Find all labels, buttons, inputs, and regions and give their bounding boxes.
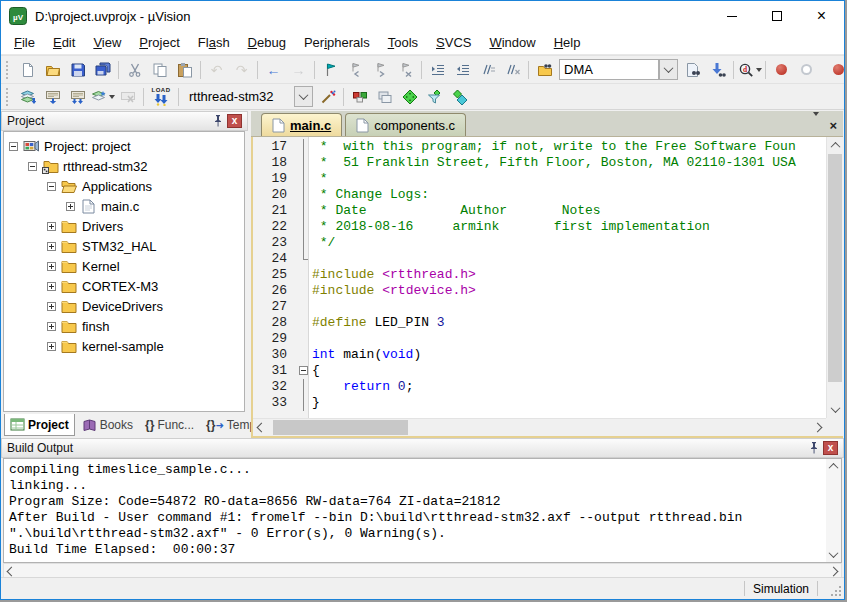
vertical-scroll-thumb[interactable] xyxy=(828,154,842,382)
navigate-back-button[interactable]: ← xyxy=(261,58,286,81)
load-button[interactable]: LOAD xyxy=(147,85,175,109)
manage-workspace-button[interactable] xyxy=(372,85,397,108)
tree-item-stm32-hal[interactable]: STM32_HAL xyxy=(4,236,244,256)
code-editor[interactable]: 17 * with this program; if not, write to… xyxy=(251,137,843,438)
output-scroll-left-arrow[interactable] xyxy=(4,564,19,578)
incremental-find-button[interactable] xyxy=(705,58,730,81)
scroll-left-arrow[interactable] xyxy=(253,419,270,436)
horizontal-scroll-thumb[interactable] xyxy=(273,420,408,435)
editor-horizontal-scrollbar[interactable] xyxy=(253,418,826,436)
navigate-forward-button[interactable]: → xyxy=(286,58,311,81)
indent-button[interactable] xyxy=(425,58,450,81)
resize-grip[interactable] xyxy=(818,578,844,599)
copy-button[interactable] xyxy=(147,58,172,81)
uncomment-button[interactable] xyxy=(500,58,525,81)
tree-item-kernel[interactable]: Kernel xyxy=(4,256,244,276)
menu-tools[interactable]: Tools xyxy=(379,32,427,53)
menu-window[interactable]: Window xyxy=(480,32,544,53)
tree-item-project-project[interactable]: Project: project xyxy=(4,136,244,156)
target-dropdown-button[interactable] xyxy=(294,86,313,107)
file-extensions-button[interactable] xyxy=(347,85,372,108)
find-in-files-button[interactable] xyxy=(680,58,705,81)
output-vertical-scrollbar[interactable] xyxy=(826,459,841,562)
scroll-up-arrow[interactable] xyxy=(827,137,844,154)
output-scroll-right-arrow[interactable] xyxy=(826,564,841,578)
pack-installer-button[interactable] xyxy=(447,85,472,108)
tree-item-devicedrivers[interactable]: DeviceDrivers xyxy=(4,296,244,316)
minimize-button[interactable] xyxy=(709,1,754,31)
target-select[interactable]: rtthread-stm32 xyxy=(184,86,313,107)
tree-item-rtthread-stm32[interactable]: rtthread-stm32 xyxy=(4,156,244,176)
panel-tab-project[interactable]: Project xyxy=(4,414,75,436)
collapse-icon[interactable] xyxy=(28,162,37,171)
expand-icon[interactable] xyxy=(47,322,56,331)
editor-tab-main-c[interactable]: main.c xyxy=(261,113,342,136)
toggle-bookmark-button[interactable] xyxy=(318,58,343,81)
output-scroll-up-arrow[interactable] xyxy=(826,459,841,474)
find-magnifier-button[interactable]: d xyxy=(737,58,762,81)
previous-bookmark-button[interactable] xyxy=(343,58,368,81)
menu-peripherals[interactable]: Peripherals xyxy=(295,32,379,53)
tab-list-button[interactable] xyxy=(811,116,819,134)
clear-bookmarks-button[interactable] xyxy=(393,58,418,81)
panel-tab-func[interactable]: {}Func... xyxy=(140,414,199,436)
new-file-button[interactable] xyxy=(15,58,40,81)
close-output-button[interactable]: x xyxy=(823,441,838,455)
expand-icon[interactable] xyxy=(47,342,56,351)
scroll-down-arrow[interactable] xyxy=(827,401,844,418)
tree-item-finsh[interactable]: finsh xyxy=(4,316,244,336)
save-button[interactable] xyxy=(65,58,90,81)
unindent-button[interactable] xyxy=(450,58,475,81)
menu-debug[interactable]: Debug xyxy=(239,32,295,53)
scroll-right-arrow[interactable] xyxy=(809,419,826,436)
paste-button[interactable] xyxy=(172,58,197,81)
toolbar-grip[interactable] xyxy=(6,61,11,79)
expand-icon[interactable] xyxy=(47,262,56,271)
undo-button[interactable]: ↶ xyxy=(204,58,229,81)
fold-collapse-icon[interactable] xyxy=(299,366,308,375)
pin-output-button[interactable] xyxy=(806,441,821,455)
options-for-target-button[interactable] xyxy=(315,85,340,108)
cut-button[interactable] xyxy=(122,58,147,81)
find-in-files-folder-button[interactable] xyxy=(532,58,557,81)
expand-icon[interactable] xyxy=(47,222,56,231)
menu-file[interactable]: File xyxy=(5,32,44,53)
tree-item-kernel-sample[interactable]: kernel-sample xyxy=(4,336,244,356)
comment-button[interactable] xyxy=(475,58,500,81)
tree-item-applications[interactable]: Applications xyxy=(4,176,244,196)
collapse-icon[interactable] xyxy=(9,142,18,151)
menu-svcs[interactable]: SVCS xyxy=(427,32,480,53)
menu-edit[interactable]: Edit xyxy=(44,32,84,53)
rebuild-button[interactable] xyxy=(65,85,90,108)
toolbar-grip[interactable] xyxy=(6,88,11,106)
menu-project[interactable]: Project xyxy=(130,32,188,53)
stop-build-button[interactable] xyxy=(115,85,140,108)
insert-breakpoint-button[interactable] xyxy=(769,58,794,81)
batch-build-button[interactable] xyxy=(90,85,115,108)
next-bookmark-button[interactable] xyxy=(368,58,393,81)
tree-item-cortex-m3[interactable]: CORTEX-M3 xyxy=(4,276,244,296)
save-all-button[interactable] xyxy=(90,58,115,81)
search-input[interactable] xyxy=(559,59,659,80)
search-dropdown-button[interactable] xyxy=(659,59,678,80)
expand-icon[interactable] xyxy=(47,242,56,251)
translate-button[interactable] xyxy=(15,85,40,108)
redo-button[interactable]: ↷ xyxy=(229,58,254,81)
pin-panel-button[interactable] xyxy=(210,114,225,128)
expand-icon[interactable] xyxy=(66,202,75,211)
maximize-button[interactable] xyxy=(754,1,799,31)
collapse-icon[interactable] xyxy=(47,182,56,191)
menu-flash[interactable]: Flash xyxy=(189,32,239,53)
editor-vertical-scrollbar[interactable] xyxy=(826,137,843,418)
menu-view[interactable]: View xyxy=(84,32,130,53)
close-editor-button[interactable]: × xyxy=(829,119,837,132)
select-packs-button[interactable] xyxy=(422,85,447,108)
enable-breakpoint-button[interactable] xyxy=(794,58,819,81)
output-scroll-down-arrow[interactable] xyxy=(826,547,841,562)
panel-tab-books[interactable]: Books xyxy=(77,414,138,436)
run-time-environment-button[interactable] xyxy=(397,85,422,108)
close-button[interactable]: × xyxy=(799,1,844,31)
expand-icon[interactable] xyxy=(47,302,56,311)
tree-item-main-c[interactable]: main.c xyxy=(4,196,244,216)
editor-tab-components-c[interactable]: components.c xyxy=(345,113,466,136)
